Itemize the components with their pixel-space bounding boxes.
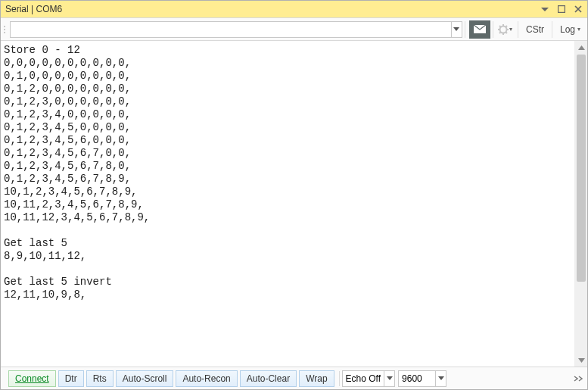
log-label: Log (560, 24, 575, 35)
maximize-icon (558, 5, 565, 13)
svg-marker-2 (453, 27, 459, 31)
svg-point-6 (500, 26, 507, 33)
scroll-thumb[interactable] (577, 55, 586, 282)
chevron-down-icon: ▾ (509, 26, 512, 33)
svg-marker-18 (438, 376, 444, 380)
chevron-up-icon (578, 45, 585, 50)
toolbar: ▾ CStr Log ▾ (1, 18, 587, 41)
svg-marker-17 (387, 376, 393, 380)
auto-recon-button[interactable]: Auto-Recon (176, 370, 237, 387)
title-bar: Serial | COM6 (1, 1, 587, 18)
minimize-icon (541, 5, 549, 13)
wrap-button[interactable]: Wrap (299, 370, 334, 387)
baud-value: 9600 (402, 373, 422, 384)
send-button[interactable] (469, 20, 490, 39)
separator (493, 21, 493, 38)
chevron-down-icon (578, 358, 585, 363)
status-bar: Connect Dtr Rts Auto-Scroll Auto-Recon A… (1, 367, 587, 389)
svg-marker-15 (578, 45, 585, 50)
svg-marker-16 (578, 358, 585, 363)
baud-select[interactable]: 9600 (398, 370, 436, 387)
cstr-label: CStr (526, 24, 544, 35)
send-history-dropdown[interactable] (452, 21, 462, 38)
content-area: Store 0 - 12 0,0,0,0,0,0,0,0,0,0, 0,1,0,… (1, 41, 587, 367)
auto-recon-label: Auto-Recon (182, 373, 230, 384)
svg-line-13 (506, 26, 508, 27)
vertical-scrollbar[interactable] (574, 41, 587, 367)
dtr-label: Dtr (65, 373, 77, 384)
echo-dropdown[interactable] (384, 370, 395, 387)
separator (465, 21, 465, 38)
separator (518, 21, 518, 38)
settings-button[interactable]: ▾ (496, 24, 515, 35)
window-title: Serial | COM6 (5, 4, 539, 14)
dtr-button[interactable]: Dtr (58, 370, 84, 387)
auto-clear-button[interactable]: Auto-Clear (240, 370, 297, 387)
rts-button[interactable]: Rts (86, 370, 114, 387)
overflow-button[interactable] (572, 376, 586, 382)
scroll-up-button[interactable] (575, 41, 588, 54)
envelope-icon (473, 24, 487, 34)
svg-marker-0 (541, 8, 549, 11)
auto-scroll-button[interactable]: Auto-Scroll (116, 370, 174, 387)
chevron-right-double-icon (574, 376, 584, 382)
gear-icon (498, 24, 509, 35)
echo-value: Echo Off (346, 373, 381, 384)
serial-console[interactable]: Store 0 - 12 0,0,0,0,0,0,0,0,0,0, 0,1,0,… (1, 41, 574, 367)
toolbar-grip[interactable] (2, 21, 8, 38)
separator (339, 371, 340, 386)
log-button[interactable]: Log ▾ (555, 20, 586, 39)
maximize-button[interactable] (555, 3, 568, 15)
close-button[interactable] (572, 3, 584, 15)
svg-line-11 (499, 26, 501, 27)
separator (552, 21, 552, 38)
scroll-down-button[interactable] (575, 354, 588, 367)
wrap-label: Wrap (306, 373, 327, 384)
auto-scroll-label: Auto-Scroll (123, 373, 167, 384)
rts-label: Rts (93, 373, 107, 384)
auto-clear-label: Auto-Clear (247, 373, 290, 384)
svg-line-14 (499, 32, 501, 33)
cstr-button[interactable]: CStr (521, 20, 549, 39)
chevron-down-icon (453, 27, 459, 31)
chevron-down-icon (438, 376, 444, 380)
send-input[interactable] (10, 21, 452, 38)
svg-line-12 (506, 32, 508, 33)
baud-dropdown[interactable] (436, 370, 446, 387)
connect-label: Connect (15, 373, 49, 384)
minimize-button[interactable] (539, 3, 551, 15)
close-icon (574, 5, 582, 13)
chevron-down-icon (387, 376, 393, 380)
window-controls (539, 3, 584, 15)
chevron-down-icon: ▾ (577, 26, 580, 33)
connect-button[interactable]: Connect (8, 370, 56, 387)
svg-rect-1 (558, 6, 565, 13)
echo-select[interactable]: Echo Off (342, 370, 384, 387)
